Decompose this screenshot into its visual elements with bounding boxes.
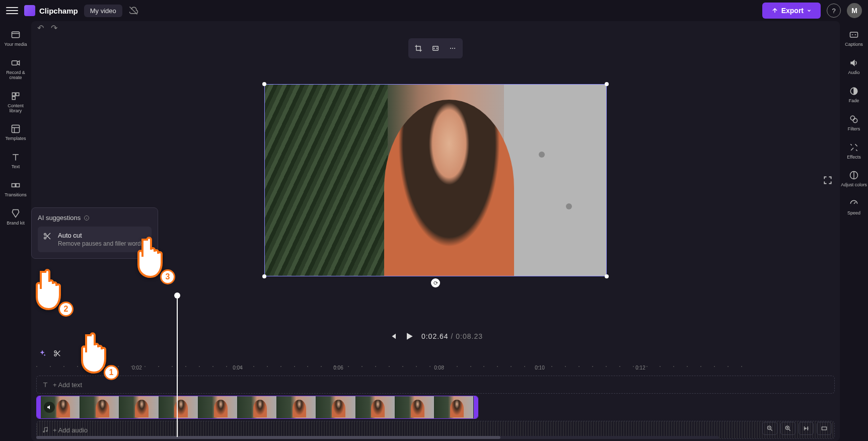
text-track[interactable]: + Add text: [36, 376, 835, 394]
svg-point-20: [43, 431, 44, 432]
left-sidebar: Your media Record & create Content libra…: [0, 21, 31, 441]
playhead-grip[interactable]: [174, 292, 180, 299]
clip-trim-right[interactable]: [474, 396, 478, 418]
fit-button[interactable]: [428, 41, 443, 55]
ruler-label: 0:12: [635, 365, 645, 371]
more-button[interactable]: [446, 41, 460, 55]
scissors-sparkle-icon: [43, 232, 53, 242]
zoom-in-button[interactable]: [780, 422, 795, 435]
playhead[interactable]: [177, 296, 178, 437]
text-icon: [42, 381, 49, 388]
upload-icon: [771, 7, 778, 14]
svg-rect-5: [12, 97, 15, 100]
crop-button[interactable]: [411, 41, 425, 55]
svg-point-21: [46, 430, 47, 431]
transitions-icon: [10, 180, 21, 191]
app-name: Clipchamp: [39, 7, 78, 15]
ruler-label: 0:06: [333, 365, 343, 371]
fullscreen-button[interactable]: [823, 175, 833, 185]
music-icon: [42, 426, 49, 433]
ai-suggestions-button[interactable]: [38, 349, 46, 357]
clip-thumbnails: [41, 396, 474, 418]
redo-button[interactable]: ↷: [51, 23, 57, 33]
resize-handle-bl[interactable]: [262, 274, 266, 278]
scrollbar-thumb[interactable]: [36, 436, 500, 439]
clip-trim-left[interactable]: [37, 396, 41, 418]
zoom-clip-button[interactable]: [817, 422, 832, 435]
selection-outline: [264, 84, 607, 276]
top-bar: Clipchamp My video Export ? M: [0, 0, 868, 21]
rotate-handle[interactable]: ⟳: [431, 278, 440, 287]
time-display: 0:02.64 / 0:08.23: [421, 332, 483, 340]
panel-fade[interactable]: Fade: [840, 82, 868, 108]
split-button[interactable]: [53, 349, 61, 357]
camera-icon: [10, 57, 21, 68]
video-track[interactable]: [36, 396, 835, 419]
panel-audio[interactable]: Audio: [840, 53, 868, 80]
svg-rect-1: [12, 32, 20, 38]
audio-track-label: + Add audio: [53, 426, 88, 434]
speaker-icon: [848, 57, 859, 68]
svg-rect-24: [822, 427, 826, 430]
ai-auto-cut-item[interactable]: Auto cut Remove pauses and filler words: [38, 227, 152, 252]
ai-item-title: Auto cut: [58, 232, 144, 239]
captions-icon: [848, 29, 859, 40]
effects-icon: [848, 142, 859, 153]
help-button[interactable]: ?: [827, 4, 841, 18]
panel-adjust-colors[interactable]: Adjust colors: [840, 166, 868, 192]
total-duration: 0:08.23: [456, 332, 483, 340]
sidebar-transitions[interactable]: Transitions: [2, 176, 30, 202]
timeline-scrollbar[interactable]: [36, 436, 719, 439]
undo-button[interactable]: ↶: [37, 23, 44, 33]
sidebar-text[interactable]: Text: [2, 148, 30, 174]
panel-effects[interactable]: Effects: [840, 138, 868, 164]
zoom-out-button[interactable]: [762, 422, 777, 435]
resize-handle-tr[interactable]: [605, 82, 609, 86]
resize-handle-br[interactable]: [605, 274, 609, 278]
text-icon: [10, 152, 21, 163]
video-clip[interactable]: [36, 396, 478, 419]
current-time: 0:02.64: [421, 332, 449, 340]
export-label: Export: [781, 7, 804, 15]
ruler-label: 0:10: [535, 365, 544, 371]
sidebar-content-library[interactable]: Content library: [2, 87, 30, 118]
panel-filters[interactable]: Filters: [840, 110, 868, 136]
sidebar-record-create[interactable]: Record & create: [2, 53, 30, 85]
sidebar-brand-kit[interactable]: Brand kit: [2, 204, 30, 230]
resize-handle-tl[interactable]: [262, 82, 266, 86]
panel-speed[interactable]: Speed: [840, 194, 868, 220]
sidebar-templates[interactable]: Templates: [2, 119, 30, 145]
svg-point-17: [454, 48, 455, 49]
play-button[interactable]: [404, 331, 414, 341]
brandkit-icon: [10, 208, 21, 219]
video-preview[interactable]: ⟳: [264, 84, 607, 276]
timeline-toolbar: [31, 346, 840, 360]
panel-captions[interactable]: Captions: [840, 25, 868, 51]
user-avatar[interactable]: M: [847, 3, 862, 18]
cloud-sync-off-icon[interactable]: [128, 6, 138, 16]
clipchamp-logo-icon: [24, 5, 35, 16]
zoom-fit-button[interactable]: [799, 422, 814, 435]
preview-stage: ⟳: [31, 34, 840, 326]
export-button[interactable]: Export: [762, 3, 821, 19]
sidebar-your-media[interactable]: Your media: [2, 25, 30, 51]
filters-icon: [848, 114, 859, 125]
svg-point-16: [452, 48, 453, 49]
ruler-label: 0:04: [233, 365, 242, 371]
playback-bar: 0:02.64 / 0:08.23: [31, 326, 840, 346]
app-logo[interactable]: Clipchamp: [24, 5, 78, 16]
skip-start-button[interactable]: [388, 332, 397, 341]
media-icon: [10, 29, 21, 40]
project-name-input[interactable]: My video: [84, 5, 122, 17]
right-sidebar: Captions Audio Fade Filters Effects Adju…: [840, 21, 868, 441]
ruler-label: 0:02: [132, 365, 141, 371]
clip-volume-button[interactable]: [44, 402, 55, 413]
timeline-ruler[interactable]: 0:020:040:060:080:100:12: [36, 360, 835, 372]
timeline-zoom-controls: [762, 422, 832, 435]
svg-point-11: [850, 116, 854, 120]
fade-icon: [848, 86, 859, 97]
info-icon[interactable]: [84, 215, 90, 221]
text-track-label: + Add text: [53, 381, 82, 389]
svg-point-15: [450, 48, 451, 49]
menu-button[interactable]: [6, 5, 18, 17]
